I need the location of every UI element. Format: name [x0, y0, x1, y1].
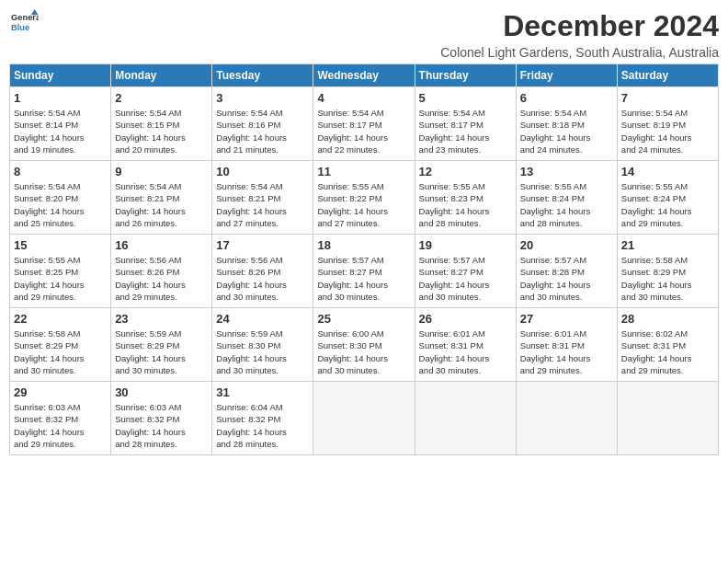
day-info: Sunrise: 5:55 AMSunset: 8:23 PMDaylight:… — [419, 180, 512, 229]
day-info: Sunrise: 5:55 AMSunset: 8:22 PMDaylight:… — [317, 180, 410, 229]
day-header-wednesday: Wednesday — [313, 64, 415, 87]
day-number: 13 — [520, 165, 613, 178]
day-info: Sunrise: 5:54 AMSunset: 8:17 PMDaylight:… — [317, 107, 410, 155]
day-info: Sunrise: 5:54 AMSunset: 8:15 PMDaylight:… — [115, 107, 208, 155]
day-info: Sunrise: 5:58 AMSunset: 8:29 PMDaylight:… — [14, 327, 107, 376]
calendar-table: SundayMondayTuesdayWednesdayThursdayFrid… — [9, 63, 719, 455]
calendar-cell: 10Sunrise: 5:54 AMSunset: 8:21 PMDayligh… — [212, 161, 313, 235]
calendar-cell: 31Sunrise: 6:04 AMSunset: 8:32 PMDayligh… — [212, 382, 313, 455]
day-header-tuesday: Tuesday — [212, 64, 313, 87]
day-info: Sunrise: 5:59 AMSunset: 8:30 PMDaylight:… — [216, 327, 309, 376]
day-number: 10 — [216, 165, 309, 178]
day-info: Sunrise: 5:59 AMSunset: 8:29 PMDaylight:… — [115, 327, 208, 376]
day-number: 12 — [419, 165, 512, 178]
day-number: 19 — [419, 238, 512, 252]
month-title: December 2024 — [440, 9, 719, 43]
day-number: 14 — [621, 165, 714, 178]
day-header-sunday: Sunday — [10, 64, 111, 87]
calendar-cell: 8Sunrise: 5:54 AMSunset: 8:20 PMDaylight… — [10, 161, 111, 235]
calendar-week-2: 8Sunrise: 5:54 AMSunset: 8:20 PMDaylight… — [10, 161, 719, 235]
day-info: Sunrise: 5:54 AMSunset: 8:19 PMDaylight:… — [621, 107, 714, 155]
svg-marker-2 — [31, 9, 39, 15]
day-header-friday: Friday — [516, 64, 617, 87]
calendar-week-5: 29Sunrise: 6:03 AMSunset: 8:32 PMDayligh… — [10, 382, 719, 455]
calendar-cell: 21Sunrise: 5:58 AMSunset: 8:29 PMDayligh… — [617, 235, 718, 308]
calendar-cell: 29Sunrise: 6:03 AMSunset: 8:32 PMDayligh… — [10, 382, 111, 455]
calendar-cell: 16Sunrise: 5:56 AMSunset: 8:26 PMDayligh… — [111, 235, 212, 308]
day-header-thursday: Thursday — [415, 64, 516, 87]
day-info: Sunrise: 5:55 AMSunset: 8:24 PMDaylight:… — [520, 180, 613, 229]
day-number: 25 — [317, 312, 410, 326]
day-info: Sunrise: 5:56 AMSunset: 8:26 PMDaylight:… — [115, 254, 208, 303]
day-number: 20 — [520, 238, 613, 252]
day-number: 8 — [14, 165, 107, 178]
day-info: Sunrise: 5:54 AMSunset: 8:17 PMDaylight:… — [419, 107, 512, 155]
calendar-week-3: 15Sunrise: 5:55 AMSunset: 8:25 PMDayligh… — [10, 235, 719, 308]
day-info: Sunrise: 6:03 AMSunset: 8:32 PMDaylight:… — [115, 401, 208, 450]
day-header-monday: Monday — [111, 64, 212, 87]
calendar-cell: 23Sunrise: 5:59 AMSunset: 8:29 PMDayligh… — [111, 308, 212, 382]
day-number: 9 — [115, 165, 208, 178]
calendar-cell: 22Sunrise: 5:58 AMSunset: 8:29 PMDayligh… — [10, 308, 111, 382]
logo: General Blue — [9, 9, 39, 35]
day-number: 26 — [419, 312, 512, 326]
calendar-cell: 9Sunrise: 5:54 AMSunset: 8:21 PMDaylight… — [111, 161, 212, 235]
day-info: Sunrise: 5:54 AMSunset: 8:16 PMDaylight:… — [216, 107, 309, 155]
calendar-cell: 11Sunrise: 5:55 AMSunset: 8:22 PMDayligh… — [313, 161, 415, 235]
day-info: Sunrise: 5:55 AMSunset: 8:25 PMDaylight:… — [14, 254, 107, 303]
calendar-cell: 13Sunrise: 5:55 AMSunset: 8:24 PMDayligh… — [516, 161, 617, 235]
calendar-week-4: 22Sunrise: 5:58 AMSunset: 8:29 PMDayligh… — [10, 308, 719, 382]
calendar-cell: 19Sunrise: 5:57 AMSunset: 8:27 PMDayligh… — [415, 235, 516, 308]
calendar-cell: 17Sunrise: 5:56 AMSunset: 8:26 PMDayligh… — [212, 235, 313, 308]
calendar-header-row: SundayMondayTuesdayWednesdayThursdayFrid… — [10, 64, 719, 87]
calendar-cell: 27Sunrise: 6:01 AMSunset: 8:31 PMDayligh… — [516, 308, 617, 382]
day-number: 30 — [115, 385, 208, 399]
day-number: 23 — [115, 312, 208, 326]
day-number: 7 — [621, 91, 714, 105]
day-info: Sunrise: 6:03 AMSunset: 8:32 PMDaylight:… — [14, 401, 107, 450]
day-number: 21 — [621, 238, 714, 252]
day-number: 15 — [14, 238, 107, 252]
calendar-cell: 2Sunrise: 5:54 AMSunset: 8:15 PMDaylight… — [111, 87, 212, 161]
day-number: 2 — [115, 91, 208, 105]
day-number: 1 — [14, 91, 107, 105]
day-number: 6 — [520, 91, 613, 105]
day-info: Sunrise: 6:00 AMSunset: 8:30 PMDaylight:… — [317, 327, 410, 376]
day-number: 5 — [419, 91, 512, 105]
day-info: Sunrise: 6:02 AMSunset: 8:31 PMDaylight:… — [621, 327, 714, 376]
calendar-cell: 18Sunrise: 5:57 AMSunset: 8:27 PMDayligh… — [313, 235, 415, 308]
day-number: 18 — [317, 238, 410, 252]
calendar-cell: 14Sunrise: 5:55 AMSunset: 8:24 PMDayligh… — [617, 161, 718, 235]
day-info: Sunrise: 5:57 AMSunset: 8:27 PMDaylight:… — [317, 254, 410, 303]
calendar-cell: 26Sunrise: 6:01 AMSunset: 8:31 PMDayligh… — [415, 308, 516, 382]
calendar-cell — [415, 382, 516, 455]
day-info: Sunrise: 5:54 AMSunset: 8:20 PMDaylight:… — [14, 180, 107, 229]
location-subtitle: Colonel Light Gardens, South Australia, … — [440, 45, 719, 60]
day-number: 27 — [520, 312, 613, 326]
day-info: Sunrise: 6:01 AMSunset: 8:31 PMDaylight:… — [419, 327, 512, 376]
calendar-cell: 20Sunrise: 5:57 AMSunset: 8:28 PMDayligh… — [516, 235, 617, 308]
calendar-cell: 28Sunrise: 6:02 AMSunset: 8:31 PMDayligh… — [617, 308, 718, 382]
calendar-cell — [516, 382, 617, 455]
calendar-cell: 15Sunrise: 5:55 AMSunset: 8:25 PMDayligh… — [10, 235, 111, 308]
day-number: 28 — [621, 312, 714, 326]
day-info: Sunrise: 5:56 AMSunset: 8:26 PMDaylight:… — [216, 254, 309, 303]
day-info: Sunrise: 5:57 AMSunset: 8:28 PMDaylight:… — [520, 254, 613, 303]
calendar-cell: 24Sunrise: 5:59 AMSunset: 8:30 PMDayligh… — [212, 308, 313, 382]
calendar-cell: 12Sunrise: 5:55 AMSunset: 8:23 PMDayligh… — [415, 161, 516, 235]
title-block: December 2024 Colonel Light Gardens, Sou… — [440, 9, 719, 60]
calendar-cell: 30Sunrise: 6:03 AMSunset: 8:32 PMDayligh… — [111, 382, 212, 455]
calendar-cell: 3Sunrise: 5:54 AMSunset: 8:16 PMDaylight… — [212, 87, 313, 161]
day-info: Sunrise: 5:54 AMSunset: 8:21 PMDaylight:… — [115, 180, 208, 229]
page-header: General Blue December 2024 Colonel Light… — [9, 9, 719, 60]
day-number: 17 — [216, 238, 309, 252]
calendar-cell — [617, 382, 718, 455]
day-info: Sunrise: 6:01 AMSunset: 8:31 PMDaylight:… — [520, 327, 613, 376]
day-info: Sunrise: 5:54 AMSunset: 8:21 PMDaylight:… — [216, 180, 309, 229]
calendar-cell: 5Sunrise: 5:54 AMSunset: 8:17 PMDaylight… — [415, 87, 516, 161]
logo-icon: General Blue — [9, 9, 39, 35]
calendar-cell: 7Sunrise: 5:54 AMSunset: 8:19 PMDaylight… — [617, 87, 718, 161]
day-number: 3 — [216, 91, 309, 105]
day-number: 4 — [317, 91, 410, 105]
calendar-cell: 1Sunrise: 5:54 AMSunset: 8:14 PMDaylight… — [10, 87, 111, 161]
